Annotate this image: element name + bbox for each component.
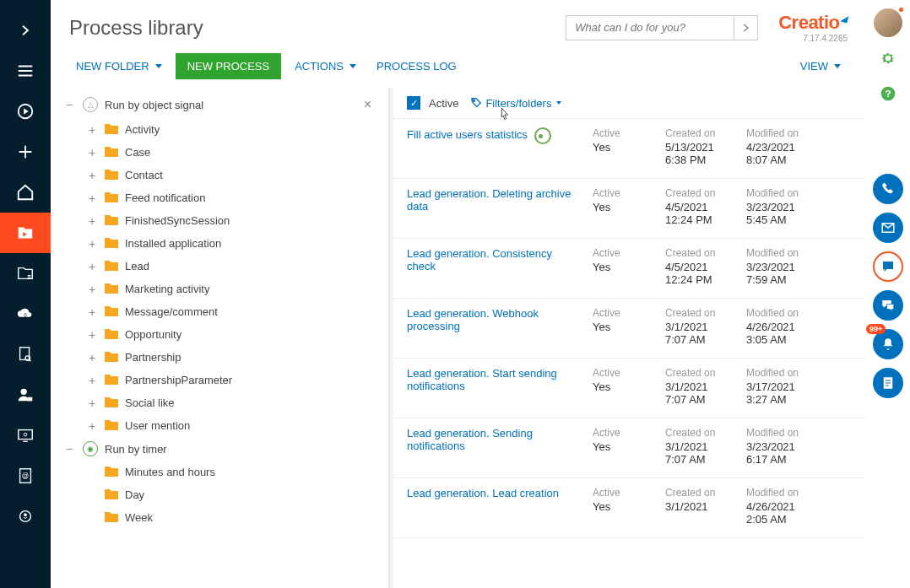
record-title-link[interactable]: Fill active users statistics (407, 128, 528, 141)
record-title-link[interactable]: Lead generation. Lead creation (407, 487, 559, 499)
tree-item[interactable]: +Activity (81, 118, 382, 141)
tree-item[interactable]: +Opportunity (81, 323, 382, 346)
tree-item[interactable]: +PartnershipParameter (81, 369, 382, 391)
folder-icon (105, 122, 118, 137)
actions-button[interactable]: ACTIONS (288, 55, 363, 78)
expand-icon[interactable]: + (86, 237, 98, 251)
folder-icon (105, 305, 118, 319)
tree-item[interactable]: +Message/comment (81, 300, 382, 323)
collapse-icon[interactable]: − (62, 442, 76, 456)
tree-group-header[interactable]: −△Run by object signal× (57, 91, 382, 118)
record-row[interactable]: Lead generation. Sending notificationsAc… (393, 418, 866, 478)
new-process-button[interactable]: NEW PROCESS (176, 53, 282, 79)
expand-icon[interactable]: + (86, 328, 98, 342)
record-row[interactable]: Lead generation. Webhook processingActiv… (393, 299, 866, 359)
filter-bar: ✓ Active Filters/folders (393, 88, 866, 119)
nav-at-doc[interactable]: @ (0, 456, 51, 496)
expand-icon[interactable]: + (86, 396, 98, 410)
expand-icon[interactable]: + (86, 305, 98, 319)
expand-icon[interactable]: + (86, 169, 98, 182)
nav-home[interactable] (0, 172, 51, 213)
expand-icon[interactable]: + (86, 260, 98, 273)
record-row[interactable]: Lead generation. Consistency checkActive… (393, 239, 866, 299)
record-row[interactable]: Lead generation. Lead creationActiveYesC… (393, 478, 866, 538)
avatar[interactable] (874, 8, 902, 37)
record-title-link[interactable]: Lead generation. Consistency check (407, 247, 552, 272)
record-title-link[interactable]: Lead generation. Start sending notificat… (407, 367, 557, 392)
tree-item[interactable]: +Feed notification (81, 186, 382, 209)
feed-button[interactable] (873, 290, 903, 321)
tree-item[interactable]: +Lead (81, 255, 382, 278)
tree-item-label: Week (125, 511, 153, 524)
expand-icon[interactable]: + (86, 351, 98, 364)
col-val-active: Yes (593, 141, 653, 154)
close-icon[interactable]: × (359, 95, 376, 114)
tasks-button[interactable] (873, 368, 903, 398)
view-button[interactable]: VIEW (794, 55, 848, 78)
col-label-created: Created on (665, 187, 734, 199)
expand-icon[interactable]: + (86, 123, 98, 137)
active-checkbox[interactable]: ✓ (407, 96, 420, 110)
tree-item[interactable]: +Week (81, 506, 382, 529)
nav-expand[interactable] (0, 10, 51, 51)
nav-process-library[interactable] (0, 213, 51, 253)
record-row[interactable]: Fill active users statistics ActiveYesCr… (393, 119, 866, 179)
search-go-button[interactable] (734, 16, 757, 40)
col-label-created: Created on (665, 487, 734, 499)
tree-item[interactable]: +Installed application (81, 232, 382, 255)
nav-cloud[interactable]: {} (0, 294, 51, 334)
nav-brain[interactable] (0, 496, 51, 537)
tree-group-label: Run by object signal (105, 99, 203, 111)
tree-item[interactable]: +Day (81, 483, 382, 506)
expand-icon[interactable]: + (86, 283, 98, 296)
col-val-active: Yes (593, 321, 653, 333)
expand-icon[interactable]: + (86, 146, 98, 159)
col-val-created: 3/1/20217:07 AM (665, 440, 734, 466)
record-title-link[interactable]: Lead generation. Webhook processing (407, 307, 539, 332)
expand-icon[interactable]: + (86, 214, 98, 228)
mail-button[interactable] (873, 213, 903, 243)
settings-gear-icon[interactable] (874, 44, 902, 73)
process-log-button[interactable]: PROCESS LOG (370, 55, 463, 78)
record-title-link[interactable]: Lead generation. Deleting archive data (407, 187, 571, 213)
nav-add[interactable] (0, 132, 51, 172)
new-folder-button[interactable]: NEW FOLDER (69, 55, 169, 78)
tree-item[interactable]: +Minutes and hours (81, 461, 382, 483)
collapse-icon[interactable]: − (62, 98, 76, 111)
search-input[interactable] (566, 21, 734, 34)
chat-button[interactable] (873, 251, 903, 282)
notification-badge: 99+ (866, 324, 886, 334)
help-icon[interactable]: ? (874, 79, 902, 108)
nav-process-log[interactable] (0, 253, 51, 294)
tree-item[interactable]: +User mention (81, 414, 382, 437)
col-val-modified: 3/17/20213:27 AM (746, 380, 822, 406)
col-label-modified: Modified on (746, 307, 822, 319)
phone-button[interactable] (873, 174, 903, 204)
record-row[interactable]: Lead generation. Deleting archive dataAc… (393, 179, 866, 239)
svg-text:@: @ (22, 472, 29, 480)
tree-item[interactable]: +Marketing activity (81, 278, 382, 300)
expand-icon[interactable]: + (86, 374, 98, 387)
record-title-link[interactable]: Lead generation. Sending notifications (407, 427, 533, 452)
svg-rect-6 (19, 430, 33, 440)
expand-icon[interactable]: + (86, 419, 98, 433)
tree-item[interactable]: +Social like (81, 391, 382, 414)
record-row[interactable]: Lead generation. Start sending notificat… (393, 359, 866, 418)
tree-item[interactable]: +Case (81, 141, 382, 164)
nav-user-lock[interactable] (0, 375, 51, 415)
tree-item[interactable]: +Contact (81, 164, 382, 186)
folder-icon (105, 259, 118, 273)
svg-point-16 (887, 265, 889, 267)
nav-play[interactable] (0, 91, 51, 132)
nav-monitor-gear[interactable] (0, 415, 51, 456)
notifications-button[interactable]: 99+ (873, 329, 903, 359)
tree-group-header[interactable]: −◉Run by timer (57, 437, 382, 461)
expand-icon[interactable]: + (86, 192, 98, 205)
tree-item-label: Opportunity (125, 328, 181, 341)
tree-item[interactable]: +FinishedSyncSession (81, 209, 382, 232)
filters-folders-button[interactable]: Filters/folders (470, 97, 561, 110)
nav-menu[interactable] (0, 51, 51, 91)
tree-item[interactable]: +Partnership (81, 346, 382, 369)
nav-search-doc[interactable] (0, 334, 51, 375)
global-search[interactable] (566, 15, 758, 40)
